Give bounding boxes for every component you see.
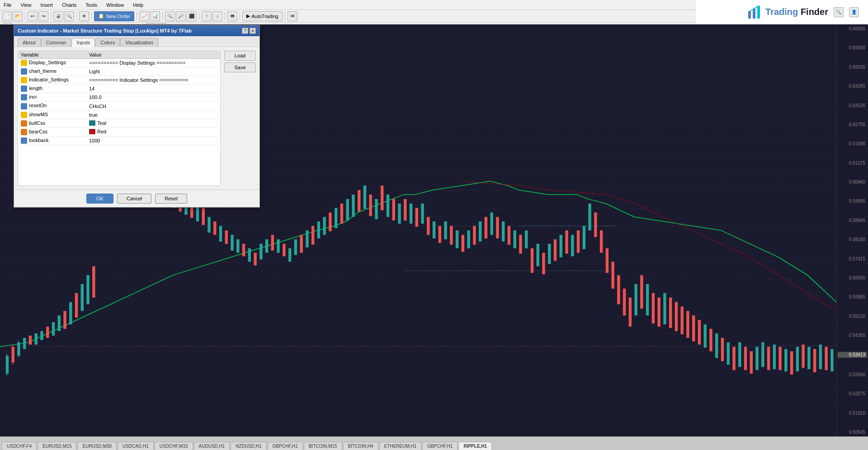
svg-rect-98 [410, 204, 412, 224]
svg-rect-92 [375, 199, 377, 219]
svg-rect-32 [35, 333, 38, 345]
price-0: 0.66565 [838, 26, 867, 31]
table-row[interactable]: showMS true [18, 110, 221, 119]
table-row[interactable]: length 14 [18, 85, 221, 93]
redo-btn[interactable]: ↪ [38, 11, 48, 21]
menu-insert[interactable]: Insert [38, 1, 55, 9]
tab-bitcoin-h4[interactable]: BITCOIN,H4 [343, 442, 378, 450]
price-4: 0.63520 [838, 103, 867, 108]
dialog-tab-visualization[interactable]: Visualization [120, 38, 158, 47]
row-icon-blue2 [21, 85, 27, 92]
custom-indicator-dialog[interactable]: Custom Indicator - Market Structure Trai… [14, 25, 260, 208]
terminal-btn[interactable]: 💻 [227, 11, 237, 21]
svg-rect-113 [496, 217, 499, 239]
dialog-close-btn[interactable]: ✕ [250, 28, 256, 34]
var-value-lookback[interactable]: 1000 [86, 136, 221, 145]
dialog-tab-colors[interactable]: Colors [95, 38, 120, 47]
svg-rect-79 [300, 235, 302, 253]
tab-usdcad-h1[interactable]: USDCAD,H1 [118, 442, 154, 450]
table-row[interactable]: Display_Settings ========== Display Sett… [18, 59, 221, 67]
svg-rect-88 [352, 194, 354, 217]
tab-eurusd-m15[interactable]: EURUSD,M15 [38, 442, 76, 450]
undo-btn[interactable]: ↩ [28, 11, 38, 21]
svg-rect-40 [81, 284, 84, 311]
print-btn[interactable]: 🖨 [53, 11, 63, 21]
menu-view[interactable]: View [19, 1, 33, 9]
zoom-out-btn[interactable]: 🔎 [176, 11, 186, 21]
teal-swatch[interactable] [89, 120, 95, 126]
tab-usdchf-m15[interactable]: USDCHF,M15 [155, 442, 193, 450]
save-button[interactable]: Save [224, 62, 256, 72]
dialog-tab-inputs[interactable]: Inputs [71, 38, 95, 47]
var-name-showms: showMS [18, 110, 86, 119]
menu-window[interactable]: Window [104, 1, 126, 9]
sep9 [240, 12, 240, 20]
var-value-bullcss[interactable]: Teal [86, 119, 221, 128]
tab-gbpchf2-h1[interactable]: GBPCHF,H1 [422, 442, 458, 450]
new-btn[interactable]: 📄 [2, 11, 12, 21]
var-value-length[interactable]: 14 [86, 85, 221, 93]
table-row[interactable]: bullCss Teal [18, 119, 221, 128]
svg-rect-82 [317, 222, 320, 239]
var-value-chart-theme[interactable]: Light [86, 67, 221, 76]
var-value-reseton[interactable]: CHoCH [86, 102, 221, 110]
table-row[interactable]: bearCss Red [18, 128, 221, 136]
table-row[interactable]: lookback 1000 [18, 136, 221, 145]
print-preview-btn[interactable]: 🔍 [64, 11, 74, 21]
var-value-bearcss[interactable]: Red [86, 128, 221, 136]
var-value-display-settings[interactable]: ========== Display Settings ========== [86, 59, 221, 67]
load-button[interactable]: Load [224, 51, 256, 61]
tab-usdchf-f4[interactable]: USDCHF,F4 [2, 442, 37, 450]
menu-help[interactable]: Help [131, 1, 145, 9]
chart-btn1[interactable]: 📈 [139, 11, 149, 21]
var-value-incr[interactable]: 100.0 [86, 93, 221, 102]
cancel-button[interactable]: Cancel [117, 194, 151, 204]
crosshair-btn[interactable]: ✛ [79, 11, 89, 21]
tab-audusd-h1[interactable]: AUDUSD,H1 [194, 442, 230, 450]
reset-button[interactable]: Reset [155, 194, 187, 204]
var-name-length: length [18, 85, 86, 93]
var-value-indicator-settings[interactable]: ========== Indicator Settings ========== [86, 76, 221, 85]
fit-btn[interactable]: ⬛ [187, 11, 197, 21]
dialog-tab-common[interactable]: Common [41, 38, 71, 47]
tab-nzdusd-h1[interactable]: NZDUSD,H1 [231, 442, 266, 450]
email-btn[interactable]: ✉ [288, 11, 297, 21]
tab-bitcoin-m15[interactable]: BITCOIN,M15 [304, 442, 342, 450]
table-row[interactable]: resetOn CHoCH [18, 102, 221, 110]
svg-rect-107 [462, 235, 464, 252]
tab-eurusd-m30[interactable]: EURUSD,M30 [77, 442, 116, 450]
menu-file[interactable]: File [2, 1, 14, 9]
svg-rect-170 [825, 347, 827, 370]
tab-ripple-h1[interactable]: RIPPLE,H1 [458, 442, 492, 450]
svg-rect-110 [479, 222, 481, 242]
menu-tools[interactable]: Tools [84, 1, 99, 9]
menu-charts[interactable]: Charts [60, 1, 78, 9]
chart-btn2[interactable]: 📊 [150, 11, 160, 21]
price-8: 0.60460 [838, 180, 867, 185]
price-20: 0.51310 [838, 411, 867, 416]
dialog-tab-about[interactable]: About [18, 38, 41, 47]
ok-button[interactable]: OK [86, 194, 113, 204]
zoom-in-btn[interactable]: 🔍 [165, 11, 175, 21]
table-row[interactable]: chart_theme Light [18, 67, 221, 76]
tab-gbpchf-h1[interactable]: GBPCHF,H1 [268, 442, 303, 450]
new-order-button[interactable]: 📋 New Order [94, 11, 134, 21]
svg-rect-97 [404, 199, 406, 221]
sep3 [76, 12, 77, 20]
tf-search-btn[interactable]: 🔍 [834, 7, 844, 17]
open-btn[interactable]: 📂 [13, 11, 23, 21]
table-row[interactable]: Indicator_Settings ========== Indicator … [18, 76, 221, 85]
svg-rect-141 [657, 298, 660, 327]
auto-trading-button[interactable]: ▶ AutoTrading [242, 11, 283, 21]
indicator-btn1[interactable]: ↑ [202, 11, 212, 21]
indicator-btn2[interactable]: ↓ [212, 11, 222, 21]
tf-user-btn[interactable]: 👤 [849, 7, 859, 17]
table-row[interactable]: incr 100.0 [18, 93, 221, 102]
tab-ethereum-h1[interactable]: ETHEREUM,H1 [379, 442, 422, 450]
var-value-showms[interactable]: true [86, 110, 221, 119]
red-swatch[interactable] [89, 129, 95, 134]
tf-logo-text: Trading Finder [765, 7, 828, 17]
row-icon-yellow2 [21, 77, 27, 83]
svg-rect-149 [704, 324, 707, 347]
dialog-help-btn[interactable]: ? [242, 28, 248, 34]
